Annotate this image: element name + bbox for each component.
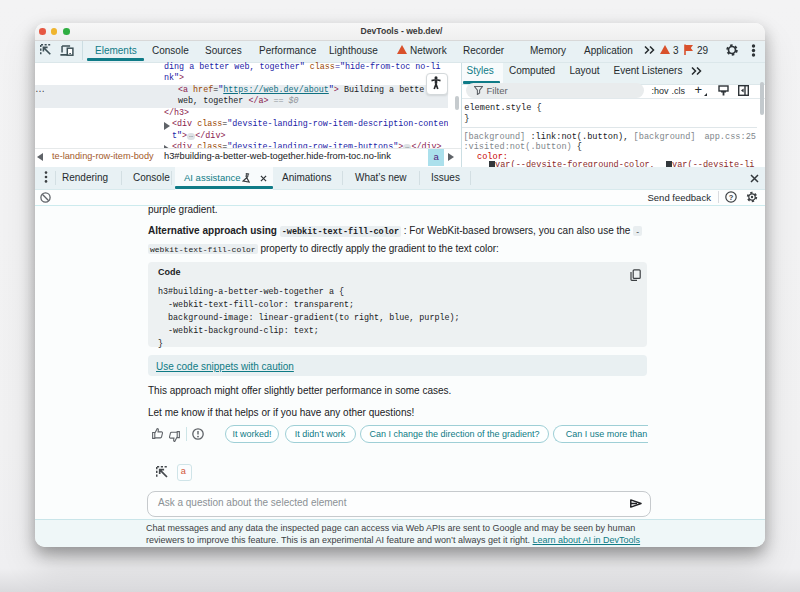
svg-text:?: ? <box>729 193 734 202</box>
